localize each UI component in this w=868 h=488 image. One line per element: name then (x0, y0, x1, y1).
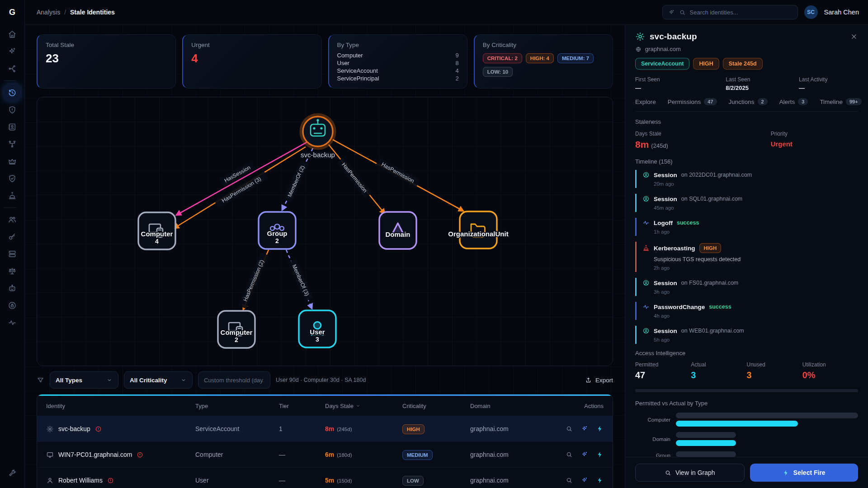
graph-node-computer-2[interactable]: Computer2 (218, 311, 255, 348)
graph-node-svc-backup[interactable]: svc-backup (301, 115, 335, 159)
table-header-domain[interactable]: Domain (470, 403, 556, 409)
table-header-actions[interactable]: Actions (556, 403, 604, 409)
svg-text:svc-backup: svc-backup (301, 151, 335, 159)
sidebar-item-users[interactable] (4, 211, 20, 228)
shield-check-icon (8, 174, 17, 183)
quick-action-icon[interactable] (596, 477, 604, 484)
panel-tabs: ExplorePermissions47Junctions2Alerts3Tim… (635, 98, 858, 112)
table-row-svc-backup[interactable]: svc-backupServiceAccount18m(245d)HIGHgra… (37, 416, 613, 441)
tab-explore[interactable]: Explore (635, 99, 656, 105)
sidebar-item-home[interactable] (4, 26, 20, 42)
panel-domain-value: graphnai.com (645, 46, 681, 52)
ai-action-icon[interactable] (581, 451, 588, 458)
timeline-item-kerberoasting[interactable]: KerberoastingHIGHSuspicious TGS requests… (635, 242, 858, 272)
search-input[interactable] (690, 9, 792, 16)
days-stale-label: Days Stale (635, 131, 771, 137)
tab-junctions[interactable]: Junctions2 (729, 98, 768, 105)
sidebar-item-sparkles[interactable] (4, 43, 20, 60)
sidebar-item-server[interactable] (4, 246, 20, 262)
panel-title: svc-backup (650, 32, 697, 42)
tab-permissions[interactable]: Permissions47 (668, 98, 717, 105)
table-row-robert-williams[interactable]: Robert WilliamsUser—5m(150d)LOWgraphnai.… (37, 467, 613, 488)
inspect-action-icon[interactable] (566, 477, 573, 484)
sidebar-item-key[interactable] (4, 229, 20, 245)
inspect-action-icon[interactable] (566, 451, 573, 458)
tab-alerts[interactable]: Alerts3 (779, 98, 808, 105)
sidebar-item-lock-circle[interactable] (4, 297, 20, 314)
timeline-item-session[interactable]: Sessionon SQL01.graphnai.com45m ago (635, 194, 858, 212)
criticality-badge-medium: MEDIUM: 7 (557, 53, 594, 63)
panel-badge: ServiceAccount (635, 58, 689, 70)
table-row-win7-pc01-graphnai-com[interactable]: WIN7-PC01.graphnai.comComputer—6m(180d)M… (37, 441, 613, 467)
panel-domain: graphnai.com (635, 46, 858, 52)
breadcrumb-separator: / (64, 9, 66, 16)
close-icon[interactable] (850, 33, 858, 41)
graph-node-computer-4[interactable]: Computer4 (138, 212, 175, 249)
tier-cell: 1 (279, 425, 325, 432)
table-header-identity[interactable]: Identity (46, 403, 195, 409)
sidebar-item-network[interactable] (4, 61, 20, 77)
timeline-item-session[interactable]: Sessionon 2022DC01.graphnai.com20m ago (635, 170, 858, 188)
select-fire-button[interactable]: Select Fire (750, 464, 859, 482)
table-header-days-stale[interactable]: Days Stale (325, 403, 402, 409)
quick-action-icon[interactable] (596, 451, 604, 458)
graph-node-domain[interactable]: Domain (379, 212, 416, 249)
export-button[interactable]: Export (585, 377, 613, 384)
timeline-item-session[interactable]: Sessionon WEB01.graphnai.com5h ago (635, 326, 858, 344)
view-in-graph-button[interactable]: View in Graph (635, 464, 745, 482)
table-header-type[interactable]: Type (195, 403, 279, 409)
main-content: Total Stale 23 Urgent 4 By Type Computer… (25, 25, 625, 488)
type-filter-value: All Types (56, 377, 82, 384)
timeline-item-session[interactable]: Sessionon FS01.graphnai.com3h ago (635, 278, 858, 296)
sidebar-item-scales[interactable] (4, 263, 20, 279)
timeline-item-logoff[interactable]: Logoffsuccess1h ago (635, 218, 858, 236)
global-search[interactable] (662, 5, 798, 19)
activity-icon (642, 303, 650, 310)
sidebar-item-activity[interactable] (4, 314, 20, 331)
panel-meta-item: Last Seen8/2/2025 (726, 76, 799, 91)
svg-text:OrganizationalUnit: OrganizationalUnit (448, 230, 508, 238)
graph-node-user-3[interactable]: User3 (299, 310, 336, 347)
days-stale-cell: 8m(245d) (325, 425, 402, 432)
sidebar-item-hierarchy[interactable] (4, 136, 20, 152)
ai-action-icon[interactable] (581, 477, 588, 484)
svg-text:Domain: Domain (385, 230, 410, 238)
avatar[interactable]: SC (804, 5, 818, 19)
access-metric-actual: Actual3 (691, 361, 746, 380)
timeline-item-passwordchange[interactable]: PasswordChangesuccess4h ago (635, 302, 858, 320)
type-cell: User (195, 477, 279, 484)
breadcrumb-section[interactable]: Analysis (37, 9, 60, 16)
graph-edge-label: MemberOf (3) (288, 258, 314, 301)
sidebar-item-shield-check[interactable] (4, 170, 20, 187)
tools-icon (8, 469, 17, 478)
graph-svg: HasSessionHasPermission (3)MemberOf (2)H… (37, 97, 613, 366)
by-type-row: ServiceAccount4 (337, 67, 459, 75)
identity-graph-canvas[interactable]: HasSessionHasPermission (3)MemberOf (2)H… (37, 97, 613, 366)
sidebar-item-crown[interactable] (4, 153, 20, 169)
table-header-criticality[interactable]: Criticality (402, 403, 470, 409)
inspect-action-icon[interactable] (566, 425, 573, 432)
sidebar-item-robot[interactable] (4, 280, 20, 296)
graph-node-group-2[interactable]: Group2 (259, 212, 296, 249)
service-account-icon (635, 32, 645, 42)
by-type-row: Computer9 (337, 52, 459, 59)
sidebar-item-tools[interactable] (4, 465, 20, 482)
sort-chevron-icon (355, 403, 361, 408)
criticality-badges: CRITICAL: 2HIGH: 4MEDIUM: 7LOW: 10 (483, 53, 604, 77)
hierarchy-icon (8, 140, 17, 149)
stat-label: By Type (337, 42, 459, 48)
table-header-tier[interactable]: Tier (279, 403, 325, 409)
sidebar-item-id-card[interactable] (4, 119, 20, 135)
sidebar-item-shield-alert[interactable] (4, 102, 20, 118)
custom-threshold-input[interactable] (198, 371, 270, 389)
type-filter-select[interactable]: All Types (50, 371, 118, 389)
tab-timeline[interactable]: Timeline99+ (820, 98, 861, 105)
panel-meta: First Seen—Last Seen8/2/2025Last Activit… (635, 76, 858, 91)
svg-text:3: 3 (316, 336, 319, 343)
ai-action-icon[interactable] (581, 425, 588, 432)
sidebar-item-history[interactable] (4, 84, 20, 101)
sidebar-item-alarm[interactable] (4, 188, 20, 204)
quick-action-icon[interactable] (596, 425, 604, 432)
criticality-filter-select[interactable]: All Criticality (124, 371, 193, 389)
graph-node-organizational-unit[interactable]: OrganizationalUnit (448, 211, 508, 249)
